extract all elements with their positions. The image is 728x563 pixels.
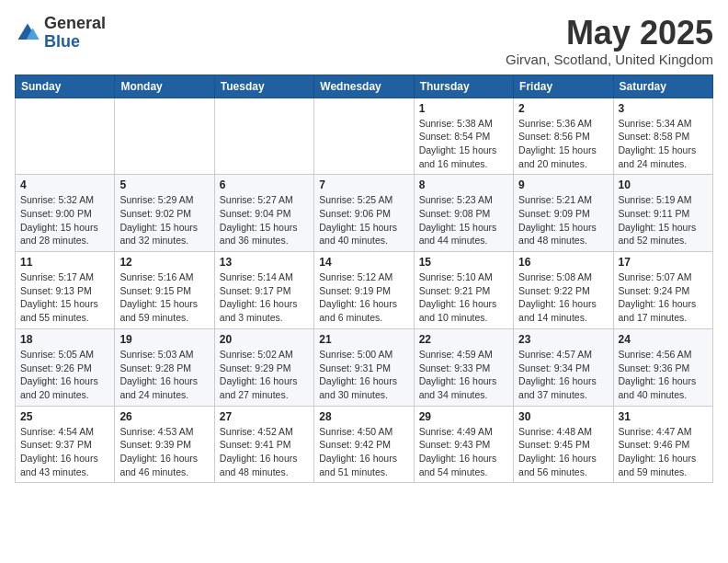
calendar-cell: 27Sunrise: 4:52 AMSunset: 9:41 PMDayligh…: [214, 406, 313, 483]
calendar-cell: 2Sunrise: 5:36 AMSunset: 8:56 PMDaylight…: [514, 98, 613, 175]
calendar-cell: 13Sunrise: 5:14 AMSunset: 9:17 PMDayligh…: [214, 252, 313, 329]
day-number: 30: [518, 410, 608, 423]
calendar-cell: [214, 98, 313, 175]
calendar-cell: 1Sunrise: 5:38 AMSunset: 8:54 PMDaylight…: [414, 98, 513, 175]
calendar-table: SundayMondayTuesdayWednesdayThursdayFrid…: [15, 75, 713, 484]
logo-general: General: [44, 14, 106, 32]
calendar-week-row: 11Sunrise: 5:17 AMSunset: 9:13 PMDayligh…: [16, 252, 713, 329]
day-info: Sunrise: 5:27 AMSunset: 9:04 PMDaylight:…: [220, 193, 309, 247]
calendar-week-row: 4Sunrise: 5:32 AMSunset: 9:00 PMDaylight…: [16, 175, 713, 252]
day-number: 9: [518, 178, 608, 191]
calendar-week-row: 18Sunrise: 5:05 AMSunset: 9:26 PMDayligh…: [16, 328, 713, 406]
day-info: Sunrise: 5:00 AMSunset: 9:31 PMDaylight:…: [319, 348, 408, 402]
day-number: 23: [518, 333, 608, 346]
day-number: 12: [119, 256, 209, 269]
day-info: Sunrise: 5:02 AMSunset: 9:29 PMDaylight:…: [220, 348, 309, 402]
weekday-header: Friday: [514, 75, 613, 98]
calendar-cell: 7Sunrise: 5:25 AMSunset: 9:06 PMDaylight…: [314, 175, 414, 252]
month-title: May 2025: [506, 15, 713, 52]
day-number: 7: [319, 178, 408, 191]
day-number: 15: [419, 256, 508, 269]
logo-blue: Blue: [44, 32, 80, 51]
page-header: General Blue May 2025 Girvan, Scotland, …: [15, 15, 713, 67]
logo: General Blue: [15, 15, 106, 52]
calendar-cell: 26Sunrise: 4:53 AMSunset: 9:39 PMDayligh…: [115, 406, 214, 483]
day-info: Sunrise: 4:57 AMSunset: 9:34 PMDaylight:…: [518, 348, 608, 402]
calendar-cell: 14Sunrise: 5:12 AMSunset: 9:19 PMDayligh…: [314, 252, 414, 329]
day-info: Sunrise: 5:17 AMSunset: 9:13 PMDaylight:…: [20, 270, 109, 325]
day-info: Sunrise: 5:38 AMSunset: 8:54 PMDaylight:…: [419, 117, 508, 171]
logo-icon: [15, 20, 40, 46]
location: Girvan, Scotland, United Kingdom: [506, 52, 713, 67]
day-number: 17: [619, 256, 708, 269]
day-info: Sunrise: 4:50 AMSunset: 9:42 PMDaylight:…: [319, 425, 408, 479]
calendar-cell: [16, 98, 115, 175]
day-info: Sunrise: 5:32 AMSunset: 9:00 PMDaylight:…: [20, 193, 109, 247]
calendar-cell: 16Sunrise: 5:08 AMSunset: 9:22 PMDayligh…: [514, 252, 613, 329]
day-number: 16: [518, 256, 608, 269]
title-block: May 2025 Girvan, Scotland, United Kingdo…: [506, 15, 713, 67]
day-number: 28: [319, 410, 408, 423]
day-number: 14: [319, 256, 408, 269]
calendar-cell: 21Sunrise: 5:00 AMSunset: 9:31 PMDayligh…: [314, 328, 414, 406]
day-info: Sunrise: 5:05 AMSunset: 9:26 PMDaylight:…: [20, 348, 109, 402]
weekday-header: Monday: [115, 75, 214, 98]
day-info: Sunrise: 4:48 AMSunset: 9:45 PMDaylight:…: [518, 425, 608, 479]
day-info: Sunrise: 5:14 AMSunset: 9:17 PMDaylight:…: [220, 270, 309, 325]
day-number: 22: [419, 333, 508, 346]
day-info: Sunrise: 5:08 AMSunset: 9:22 PMDaylight:…: [518, 270, 608, 325]
calendar-cell: [115, 98, 214, 175]
calendar-cell: 24Sunrise: 4:56 AMSunset: 9:36 PMDayligh…: [613, 328, 712, 406]
day-info: Sunrise: 4:59 AMSunset: 9:33 PMDaylight:…: [419, 348, 508, 402]
calendar-week-row: 1Sunrise: 5:38 AMSunset: 8:54 PMDaylight…: [16, 98, 713, 175]
day-info: Sunrise: 5:12 AMSunset: 9:19 PMDaylight:…: [319, 270, 408, 325]
weekday-header: Sunday: [16, 75, 115, 98]
day-number: 21: [319, 333, 408, 346]
day-info: Sunrise: 4:56 AMSunset: 9:36 PMDaylight:…: [619, 348, 708, 402]
day-info: Sunrise: 5:25 AMSunset: 9:06 PMDaylight:…: [319, 193, 408, 247]
day-number: 26: [119, 410, 209, 423]
day-number: 1: [419, 102, 508, 115]
weekday-header: Tuesday: [214, 75, 313, 98]
day-number: 27: [220, 410, 309, 423]
calendar-cell: 23Sunrise: 4:57 AMSunset: 9:34 PMDayligh…: [514, 328, 613, 406]
day-number: 25: [20, 410, 109, 423]
day-info: Sunrise: 5:21 AMSunset: 9:09 PMDaylight:…: [518, 193, 608, 247]
day-number: 19: [119, 333, 209, 346]
day-number: 8: [419, 178, 508, 191]
day-info: Sunrise: 5:34 AMSunset: 8:58 PMDaylight:…: [619, 117, 708, 171]
day-number: 11: [20, 256, 109, 269]
day-number: 13: [220, 256, 309, 269]
calendar-cell: 4Sunrise: 5:32 AMSunset: 9:00 PMDaylight…: [16, 175, 115, 252]
day-info: Sunrise: 5:03 AMSunset: 9:28 PMDaylight:…: [119, 348, 209, 402]
day-number: 5: [119, 178, 209, 191]
day-number: 2: [518, 102, 608, 115]
calendar-cell: 29Sunrise: 4:49 AMSunset: 9:43 PMDayligh…: [414, 406, 513, 483]
day-info: Sunrise: 5:36 AMSunset: 8:56 PMDaylight:…: [518, 117, 608, 171]
day-info: Sunrise: 5:16 AMSunset: 9:15 PMDaylight:…: [119, 270, 209, 325]
weekday-header: Saturday: [613, 75, 712, 98]
calendar-cell: 6Sunrise: 5:27 AMSunset: 9:04 PMDaylight…: [214, 175, 313, 252]
calendar-cell: 20Sunrise: 5:02 AMSunset: 9:29 PMDayligh…: [214, 328, 313, 406]
weekday-header-row: SundayMondayTuesdayWednesdayThursdayFrid…: [16, 75, 713, 98]
calendar-week-row: 25Sunrise: 4:54 AMSunset: 9:37 PMDayligh…: [16, 406, 713, 483]
day-info: Sunrise: 4:53 AMSunset: 9:39 PMDaylight:…: [119, 425, 209, 479]
day-info: Sunrise: 4:54 AMSunset: 9:37 PMDaylight:…: [20, 425, 109, 479]
day-info: Sunrise: 5:19 AMSunset: 9:11 PMDaylight:…: [619, 193, 708, 247]
day-info: Sunrise: 5:29 AMSunset: 9:02 PMDaylight:…: [119, 193, 209, 247]
day-number: 10: [619, 178, 708, 191]
logo-text: General Blue: [44, 15, 106, 52]
day-info: Sunrise: 5:23 AMSunset: 9:08 PMDaylight:…: [419, 193, 508, 247]
calendar-cell: 11Sunrise: 5:17 AMSunset: 9:13 PMDayligh…: [16, 252, 115, 329]
day-number: 6: [220, 178, 309, 191]
day-number: 18: [20, 333, 109, 346]
day-info: Sunrise: 5:10 AMSunset: 9:21 PMDaylight:…: [419, 270, 508, 325]
calendar-cell: 19Sunrise: 5:03 AMSunset: 9:28 PMDayligh…: [115, 328, 214, 406]
weekday-header: Wednesday: [314, 75, 414, 98]
calendar-cell: 31Sunrise: 4:47 AMSunset: 9:46 PMDayligh…: [613, 406, 712, 483]
weekday-header: Thursday: [414, 75, 513, 98]
day-info: Sunrise: 5:07 AMSunset: 9:24 PMDaylight:…: [619, 270, 708, 325]
day-number: 29: [419, 410, 508, 423]
calendar-cell: [314, 98, 414, 175]
day-info: Sunrise: 4:49 AMSunset: 9:43 PMDaylight:…: [419, 425, 508, 479]
